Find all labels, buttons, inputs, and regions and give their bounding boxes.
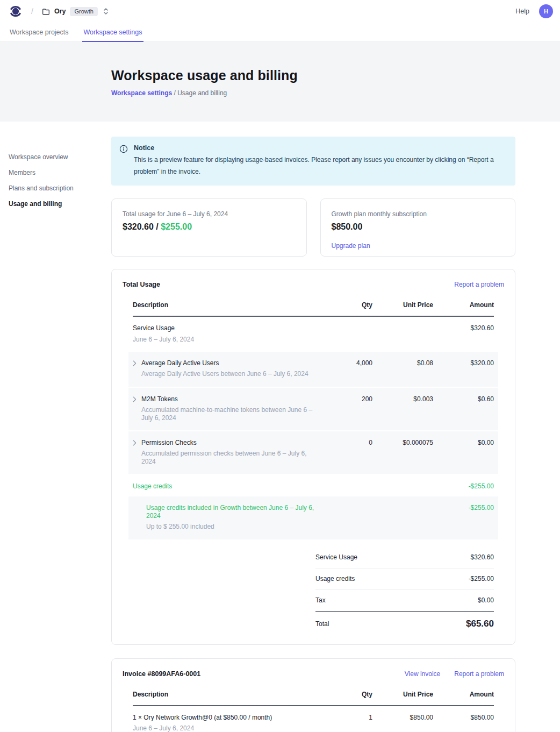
info-icon	[119, 145, 128, 177]
workspace-name: Ory	[54, 8, 66, 15]
totals-grand-value: $65.60	[466, 619, 494, 629]
notice-title: Notice	[134, 144, 505, 152]
sidebar-item-workspace-overview[interactable]: Workspace overview	[9, 153, 103, 161]
avatar[interactable]: H	[539, 4, 553, 18]
sidebar-item-usage-billing[interactable]: Usage and billing	[9, 200, 103, 208]
row-title: Average Daily Active Users	[141, 359, 308, 367]
col-unit-price: Unit Price	[382, 301, 433, 309]
page-hero: Workspace usage and billing Workspace se…	[0, 42, 560, 122]
breadcrumb-current: Usage and billing	[177, 89, 227, 97]
table-row-usage-credits-detail: Usage credits included in Growth between…	[128, 496, 498, 540]
sidebar-item-plans-subscription[interactable]: Plans and subscription	[9, 184, 103, 193]
top-bar: / Ory Growth Help H	[0, 0, 560, 23]
usage-totals: Service Usage $320.60 Usage credits -$25…	[315, 547, 494, 629]
row-unit-price: $0.000075	[382, 439, 433, 446]
table-row-m2m-tokens: M2M Tokens Accumulated machine-to-machin…	[128, 388, 498, 431]
view-invoice-link[interactable]: View invoice	[405, 670, 440, 678]
totals-row-total: Total $65.60	[315, 611, 494, 629]
usage-credit: $255.00	[161, 222, 192, 231]
tab-workspace-settings[interactable]: Workspace settings	[84, 23, 142, 41]
row-subtitle: Accumulated machine-to-machine tokens be…	[141, 406, 320, 422]
row-amount: $850.00	[443, 714, 494, 721]
subscription-amount: $850.00	[332, 222, 505, 232]
table-row-service-usage: Service Usage June 6 – July 6, 2024 $320…	[133, 317, 494, 352]
row-title: 1 × Ory Network Growth@0 (at $850.00 / m…	[133, 714, 320, 721]
invoice-panel: Invoice #8099AFA6-0001 View invoice Repo…	[111, 658, 515, 732]
total-usage-panel: Total Usage Report a problem Description…	[111, 269, 515, 644]
expand-chevron-icon[interactable]	[133, 440, 137, 465]
usage-separator: /	[154, 222, 161, 231]
row-title: Service Usage	[133, 324, 320, 332]
usage-panel-title: Total Usage	[123, 281, 160, 288]
totals-value: $0.00	[478, 596, 494, 604]
totals-value: -$255.00	[469, 575, 494, 582]
invoice-table-header: Description Qty Unit Price Amount	[133, 684, 494, 706]
row-qty: 4,000	[329, 359, 372, 367]
row-unit-price: $0.003	[382, 395, 433, 403]
notice-body: This is a preview feature for displaying…	[134, 154, 505, 177]
col-description: Description	[133, 691, 320, 698]
col-unit-price: Unit Price	[382, 691, 433, 698]
row-qty: 200	[329, 395, 372, 403]
folder-icon	[42, 8, 50, 16]
report-problem-link[interactable]: Report a problem	[454, 670, 504, 678]
totals-label: Tax	[315, 596, 326, 604]
total-usage-value: $320.60 / $255.00	[123, 222, 296, 232]
totals-row-tax: Tax $0.00	[315, 590, 494, 611]
workspace-tabs: Workspace projects Workspace settings	[0, 23, 560, 42]
totals-row-usage-credits: Usage credits -$255.00	[315, 568, 494, 590]
settings-sidebar: Workspace overview Members Plans and sub…	[9, 153, 103, 208]
totals-row-service-usage: Service Usage $320.60	[315, 547, 494, 568]
total-usage-label: Total usage for June 6 – July 6, 2024	[123, 210, 296, 218]
row-amount: $320.00	[443, 359, 494, 367]
row-title: Usage credits included in Growth between…	[146, 504, 320, 520]
plan-badge: Growth	[70, 7, 97, 16]
breadcrumb: Workspace settings / Usage and billing	[111, 89, 560, 97]
sidebar-item-members[interactable]: Members	[9, 168, 103, 177]
totals-value: $320.60	[471, 553, 494, 561]
row-unit-price: $850.00	[382, 714, 433, 721]
row-amount: $320.60	[443, 324, 494, 332]
table-row-usage-credits: Usage credits -$255.00	[133, 475, 494, 496]
row-title: Permission Checks	[141, 439, 320, 446]
row-unit-price: $0.08	[382, 359, 433, 367]
row-amount: $0.00	[443, 439, 494, 446]
notice-banner: Notice This is a preview feature for dis…	[111, 137, 515, 186]
row-qty: 0	[329, 439, 372, 446]
row-amount: -$255.00	[443, 482, 494, 490]
row-subtitle: Accumulated permission checks between Ju…	[141, 450, 320, 465]
col-amount: Amount	[443, 301, 494, 309]
row-amount: -$255.00	[443, 504, 494, 511]
row-title: M2M Tokens	[141, 395, 320, 403]
breadcrumb-separator: /	[172, 89, 177, 97]
page-title: Workspace usage and billing	[111, 68, 560, 83]
col-description: Description	[133, 301, 320, 309]
subscription-label: Growth plan monthly subscription	[332, 210, 505, 218]
expand-chevron-icon[interactable]	[133, 396, 137, 422]
report-problem-link[interactable]: Report a problem	[454, 281, 504, 288]
row-subtitle: June 6 – July 6, 2024	[133, 724, 320, 732]
totals-label: Total	[315, 620, 329, 628]
table-row-ory-network-growth: 1 × Ory Network Growth@0 (at $850.00 / m…	[133, 706, 494, 732]
expand-chevron-icon[interactable]	[133, 360, 137, 378]
row-title: Usage credits	[133, 482, 320, 490]
table-row-permission-checks: Permission Checks Accumulated permission…	[128, 431, 498, 475]
usage-table-header: Description Qty Unit Price Amount	[133, 295, 494, 317]
row-subtitle: Up to $ 255.00 included	[146, 523, 320, 530]
usage-used: $320.60	[123, 222, 154, 231]
chevron-up-down-icon[interactable]	[103, 8, 109, 15]
table-row-average-daily-active-users: Average Daily Active Users Average Daily…	[128, 352, 498, 388]
col-amount: Amount	[443, 691, 494, 698]
col-qty: Qty	[329, 301, 372, 309]
row-amount: $0.60	[443, 395, 494, 403]
total-usage-card: Total usage for June 6 – July 6, 2024 $3…	[111, 198, 307, 257]
breadcrumb-link-workspace-settings[interactable]: Workspace settings	[111, 89, 172, 97]
help-link[interactable]: Help	[515, 8, 529, 15]
workspace-switcher[interactable]: Ory Growth	[42, 7, 109, 16]
totals-label: Service Usage	[315, 553, 357, 561]
row-subtitle: Average Daily Active Users between June …	[141, 370, 308, 378]
upgrade-plan-link[interactable]: Upgrade plan	[332, 242, 505, 250]
ory-logo-icon[interactable]	[9, 4, 23, 18]
breadcrumb-separator: /	[28, 7, 37, 16]
tab-workspace-projects[interactable]: Workspace projects	[10, 23, 69, 41]
